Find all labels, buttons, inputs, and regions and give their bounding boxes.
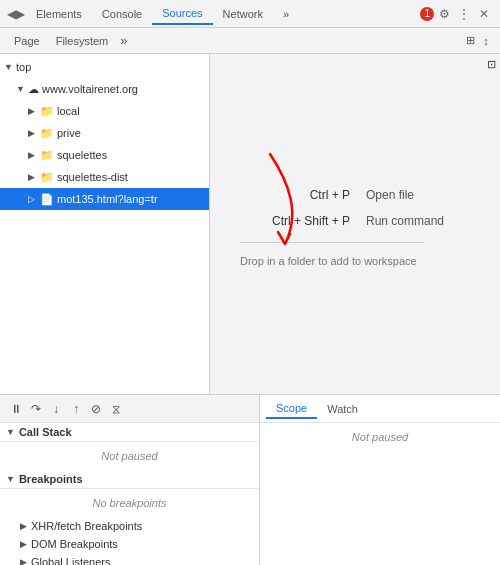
debug-sections: ⏸ ↷ ↓ ↑ ⊘ ⧖ ▼ Call Stack Not paused ▼ Br… [0,395,500,565]
file-tree: ▼ top ▼ ☁ www.voltairenet.org ▶ 📁 local [0,54,209,394]
file-selected-label: mot135.html?lang=tr [57,190,158,208]
tree-root-top[interactable]: ▼ top [0,56,209,78]
folder-icon-prive: 📁 [40,124,54,142]
breakpoints-arrow: ▼ [6,474,15,484]
deactivate-btn[interactable]: ⊘ [87,400,105,418]
tab-sources[interactable]: Sources [152,3,212,25]
dom-arrow: ▶ [20,539,27,549]
step-into-btn[interactable]: ↓ [47,400,65,418]
tab-more[interactable]: » [273,4,299,24]
main-content: ▼ top ▼ ☁ www.voltairenet.org ▶ 📁 local [0,54,500,394]
tab-elements[interactable]: Elements [26,4,92,24]
close-icon[interactable]: ✕ [476,6,492,22]
debug-left-panel: ⏸ ↷ ↓ ↑ ⊘ ⧖ ▼ Call Stack Not paused ▼ Br… [0,395,260,565]
folder-squelettes-dist-label: squelettes-dist [57,168,128,186]
shortcut-divider [240,242,424,243]
add-folder-icon[interactable]: ⊞ [462,33,478,49]
file-panel: ▼ top ▼ ☁ www.voltairenet.org ▶ 📁 local [0,54,210,394]
settings-icon[interactable]: ⚙ [436,6,452,22]
domain-label: www.voltairenet.org [42,80,138,98]
tree-item-domain[interactable]: ▼ ☁ www.voltairenet.org [0,78,209,100]
tab-network[interactable]: Network [213,4,273,24]
global-arrow: ▶ [20,557,27,565]
more-vert-icon[interactable]: ⋮ [456,6,472,22]
folder-local-label: local [57,102,80,120]
folder-icon-squelettes: 📁 [40,146,54,164]
back-forward-icon[interactable]: ◀▶ [8,6,24,22]
collapse-panel-icon[interactable]: ⊡ [487,58,496,71]
tab-watch[interactable]: Watch [317,400,368,418]
root-label: top [16,58,31,76]
domain-icon: ☁ [28,80,39,98]
tab-filesystem[interactable]: Filesystem [48,32,117,50]
global-label: Global Listeners [31,556,111,565]
more-tabs-icon[interactable]: » [120,33,127,48]
breakpoints-header[interactable]: ▼ Breakpoints [0,470,259,489]
scope-tabs: Scope Watch [260,395,500,423]
folder-prive-label: prive [57,124,81,142]
breakpoints-content: No breakpoints [0,489,259,517]
step-over-btn[interactable]: ↷ [27,400,45,418]
call-stack-label: Call Stack [19,426,72,438]
pause-btn[interactable]: ⏸ [7,400,25,418]
scope-not-paused: Not paused [260,423,500,451]
call-stack-content: Not paused [0,442,259,470]
call-stack-header[interactable]: ▼ Call Stack [0,423,259,442]
folder-squelettes-label: squelettes [57,146,107,164]
top-toolbar: ◀▶ Elements Console Sources Network » 1 … [0,0,500,28]
drop-text: Drop in a folder to add to workspace [240,255,417,267]
shortcut-desc-1: Open file [366,188,414,202]
dom-label: DOM Breakpoints [31,538,118,550]
breakpoints-label: Breakpoints [19,473,83,485]
folder-icon-squelettes-dist: 📁 [40,168,54,186]
shortcut-row-2: Ctrl + Shift + P Run command [240,214,444,228]
step-out-btn[interactable]: ↑ [67,400,85,418]
file-icon: 📄 [40,190,54,208]
tree-item-file-selected[interactable]: ▷ 📄 mot135.html?lang=tr [0,188,209,210]
folder-icon-local: 📁 [40,102,54,120]
debug-toolbar: ⏸ ↷ ↓ ↑ ⊘ ⧖ [0,395,259,423]
async-btn[interactable]: ⧖ [107,400,125,418]
shortcut-row-1: Ctrl + P Open file [240,188,414,202]
shortcuts-panel: ⊡ Ctrl + P Open file Ctrl + Shift + P Ru… [210,54,500,394]
tree-item-local[interactable]: ▶ 📁 local [0,100,209,122]
tree-item-prive[interactable]: ▶ 📁 prive [0,122,209,144]
second-toolbar: Page Filesystem » ⊞ ↕ [0,28,500,54]
debug-panel: ⏸ ↷ ↓ ↑ ⊘ ⧖ ▼ Call Stack Not paused ▼ Br… [0,394,500,565]
xhr-arrow: ▶ [20,521,27,531]
tab-console[interactable]: Console [92,4,152,24]
xhr-fetch-breakpoints[interactable]: ▶ XHR/fetch Breakpoints [0,517,259,535]
tree-item-squelettes-dist[interactable]: ▶ 📁 squelettes-dist [0,166,209,188]
shortcut-key-2: Ctrl + Shift + P [240,214,350,228]
tab-scope[interactable]: Scope [266,399,317,419]
error-badge: 1 [420,7,434,21]
tree-expand-icon[interactable]: ↕ [478,33,494,49]
tab-page[interactable]: Page [6,32,48,50]
dom-breakpoints[interactable]: ▶ DOM Breakpoints [0,535,259,553]
shortcut-desc-2: Run command [366,214,444,228]
xhr-label: XHR/fetch Breakpoints [31,520,142,532]
debug-right-panel: Scope Watch Not paused [260,395,500,565]
shortcut-key-1: Ctrl + P [240,188,350,202]
call-stack-arrow: ▼ [6,427,15,437]
global-listeners[interactable]: ▶ Global Listeners [0,553,259,565]
tree-item-squelettes[interactable]: ▶ 📁 squelettes [0,144,209,166]
